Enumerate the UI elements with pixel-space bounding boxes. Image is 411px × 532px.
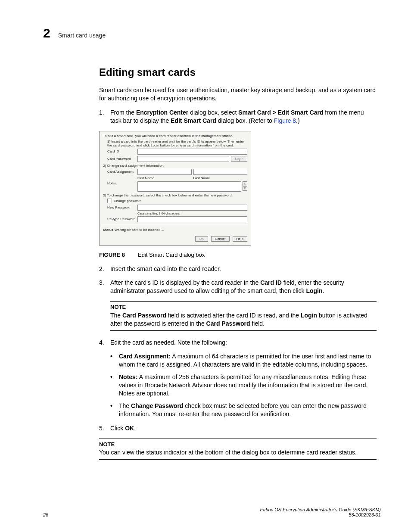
step-5: 5. Click OK. — [99, 424, 377, 432]
text-bold: Change Password — [131, 402, 183, 409]
change-password-checkbox[interactable] — [107, 199, 112, 203]
note-1: NOTE The Card Password field is activate… — [110, 301, 377, 330]
text-bold: Edit Smart Card — [171, 117, 216, 124]
change-password-label: Change password — [114, 199, 141, 203]
text: The — [110, 312, 122, 319]
bullet-icon: • — [110, 402, 119, 418]
retype-password-input[interactable] — [137, 216, 247, 222]
dialog-instruction: To edit a smart card, you will need a ca… — [103, 134, 247, 138]
text-bold: Encryption Center — [136, 109, 188, 116]
status-label: Status — [103, 228, 113, 232]
card-id-label: Card ID — [107, 149, 137, 153]
text: The — [119, 402, 131, 409]
edit-smart-card-dialog: To edit a smart card, you will need a ca… — [99, 131, 251, 246]
doc-number: 53-1002923-01 — [349, 512, 381, 517]
text: . — [323, 287, 324, 294]
note-head: NOTE — [110, 303, 377, 311]
step-number: 4. — [99, 339, 110, 347]
login-button[interactable]: Login — [231, 156, 247, 162]
step-3: 3. After the card's ID is displayed by t… — [99, 279, 377, 295]
first-name-input[interactable] — [137, 169, 192, 175]
cancel-button[interactable]: Cancel — [211, 236, 230, 242]
running-header: Smart card usage — [58, 32, 106, 39]
list-item: • Notes: A maximum of 256 characters is … — [110, 373, 377, 398]
text: field is activated after the card ID is … — [166, 312, 301, 319]
page-number: 26 — [43, 512, 48, 517]
intro-paragraph: Smart cards can be used for user authent… — [99, 86, 377, 103]
step-number: 3. — [99, 279, 110, 295]
text-bold: Card Assignment: — [119, 353, 171, 360]
text: From the — [110, 109, 136, 116]
text: . — [134, 425, 136, 432]
dialog-step1: 1) Insert a card into the card reader an… — [107, 140, 247, 147]
text-bold: Login — [306, 287, 322, 294]
doc-title: Fabric OS Encryption Administrator's Gui… — [260, 507, 381, 512]
text-bold: Notes: — [119, 373, 138, 380]
status-text: Waiting for card to be inserted ... — [113, 228, 164, 232]
text-bold: Card Password — [122, 312, 166, 319]
bullet-list: • Card Assignment: A maximum of 64 chara… — [110, 352, 377, 418]
bullet-icon: • — [110, 352, 119, 369]
text-bold: Card ID — [260, 279, 282, 286]
text: dialog box, select — [188, 109, 238, 116]
bullet-icon: • — [110, 373, 119, 398]
status-line: Status Waiting for card to be inserted .… — [103, 228, 247, 232]
step-2: 2. Insert the smart card into the card r… — [99, 265, 377, 273]
text-bold: OK — [125, 425, 134, 432]
notes-input[interactable] — [137, 181, 241, 192]
card-id-input[interactable] — [137, 149, 247, 155]
text-bold: Card Password — [206, 320, 250, 327]
chapter-number: 2 — [43, 26, 50, 40]
spin-down-icon[interactable]: ▼ — [243, 186, 247, 191]
ok-button[interactable]: OK — [195, 236, 208, 242]
last-name-input[interactable] — [193, 169, 248, 175]
step-number: 5. — [99, 424, 110, 432]
list-item: • The Change Password check box must be … — [110, 402, 377, 418]
notes-label: Notes — [107, 181, 137, 185]
figure-label: FIGURE 8 — [99, 252, 125, 258]
card-assignment-label: Card Assignment — [107, 170, 137, 174]
list-item: • Card Assignment: A maximum of 64 chara… — [110, 352, 377, 369]
spin-up-icon[interactable]: ▲ — [243, 181, 247, 186]
section-heading: Editing smart cards — [99, 66, 377, 78]
dialog-step2: 2) Change card assignment information. — [103, 164, 247, 168]
text: After the card's ID is displayed by the … — [110, 279, 260, 286]
card-password-input[interactable] — [137, 156, 229, 162]
help-button[interactable]: Help — [233, 236, 247, 242]
text: dialog box. (Refer to — [216, 117, 274, 124]
card-password-label: Card Password — [107, 157, 137, 161]
step-number: 1. — [99, 109, 110, 125]
last-name-hint: Last Name — [193, 176, 248, 180]
new-password-input[interactable] — [137, 205, 247, 211]
step-4: 4. Edit the card as needed. Note the fol… — [99, 339, 377, 347]
first-name-hint: First Name — [137, 176, 192, 180]
dialog-step3: 3) To change the password, select the ch… — [103, 193, 247, 197]
text-bold: Login — [301, 312, 317, 319]
page-footer: 26 Fabric OS Encryption Administrator's … — [43, 507, 381, 517]
text: A maximum of 256 characters is permitted… — [119, 373, 367, 397]
note-text: You can view the status indicator at the… — [99, 449, 357, 456]
step-text: Edit the card as needed. Note the follow… — [110, 339, 377, 347]
text: .) — [296, 117, 300, 124]
text-bold: Smart Card > Edit Smart Card — [238, 109, 323, 116]
text: Click — [110, 425, 125, 432]
retype-password-label: Re-type Password — [107, 217, 137, 221]
note-2: NOTE You can view the status indicator a… — [99, 439, 377, 460]
figure-link[interactable]: Figure 8 — [274, 117, 296, 124]
password-hint: Case sensitive, 8-64 characters — [137, 212, 247, 215]
figure-caption-text: Edit Smart Card dialog box — [138, 252, 205, 258]
step-number: 2. — [99, 265, 110, 273]
figure-caption: FIGURE 8Edit Smart Card dialog box — [99, 252, 377, 258]
new-password-label: New Password — [107, 205, 137, 209]
step-1: 1. From the Encryption Center dialog box… — [99, 109, 377, 125]
note-head: NOTE — [99, 441, 377, 448]
text: field. — [250, 320, 265, 327]
step-text: Insert the smart card into the card read… — [110, 265, 377, 273]
